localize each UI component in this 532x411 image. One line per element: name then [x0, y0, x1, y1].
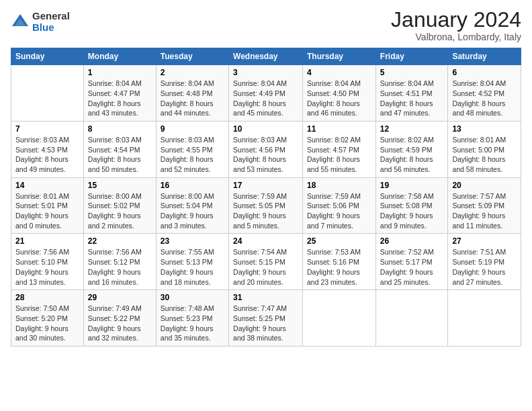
calendar-week-4: 28Sunrise: 7:50 AMSunset: 5:20 PMDayligh…: [11, 290, 521, 347]
day-number: 17: [233, 181, 298, 190]
day-number: 23: [161, 236, 224, 246]
day-number: 5: [380, 68, 444, 77]
calendar-cell: 27Sunrise: 7:51 AMSunset: 5:19 PMDayligh…: [448, 234, 521, 290]
calendar-cell: 7Sunrise: 8:03 AMSunset: 4:53 PMDaylight…: [11, 121, 84, 177]
calendar-cell: 23Sunrise: 7:55 AMSunset: 5:13 PMDayligh…: [156, 234, 228, 290]
logo-blue: Blue: [32, 22, 70, 34]
title-section: January 2024 Valbrona, Lombardy, Italy: [391, 8, 521, 42]
calendar-cell: 31Sunrise: 7:47 AMSunset: 5:25 PMDayligh…: [229, 290, 303, 347]
calendar-body: 1Sunrise: 8:04 AMSunset: 4:47 PMDaylight…: [11, 65, 521, 347]
day-info: Sunrise: 8:01 AMSunset: 5:01 PMDaylight:…: [15, 191, 79, 231]
day-number: 28: [15, 293, 79, 302]
day-number: 6: [452, 68, 517, 77]
logo-general: General: [32, 11, 70, 22]
day-info: Sunrise: 8:04 AMSunset: 4:52 PMDaylight:…: [452, 79, 517, 118]
day-info: Sunrise: 8:00 AMSunset: 5:02 PMDaylight:…: [88, 191, 152, 231]
day-number: 3: [233, 68, 298, 77]
day-info: Sunrise: 7:49 AMSunset: 5:22 PMDaylight:…: [88, 304, 152, 343]
calendar-cell: 15Sunrise: 8:00 AMSunset: 5:02 PMDayligh…: [83, 177, 156, 234]
day-info: Sunrise: 7:47 AMSunset: 5:25 PMDaylight:…: [233, 304, 298, 343]
day-number: 13: [452, 124, 517, 134]
calendar-table: Sunday Monday Tuesday Wednesday Thursday…: [11, 48, 521, 347]
day-number: 9: [161, 124, 224, 134]
calendar-cell: 3Sunrise: 8:04 AMSunset: 4:49 PMDaylight…: [229, 65, 303, 122]
calendar-cell: 30Sunrise: 7:48 AMSunset: 5:23 PMDayligh…: [156, 290, 228, 347]
logo-icon: [11, 13, 30, 32]
calendar-cell: 14Sunrise: 8:01 AMSunset: 5:01 PMDayligh…: [11, 177, 84, 234]
day-number: 29: [88, 293, 152, 302]
month-year: January 2024: [391, 8, 521, 32]
day-info: Sunrise: 7:52 AMSunset: 5:17 PMDaylight:…: [380, 247, 444, 287]
calendar-cell: [11, 65, 84, 122]
col-monday: Monday: [83, 48, 156, 65]
day-info: Sunrise: 7:55 AMSunset: 5:13 PMDaylight:…: [161, 247, 224, 287]
calendar-cell: 6Sunrise: 8:04 AMSunset: 4:52 PMDaylight…: [448, 65, 521, 122]
day-number: 31: [233, 293, 298, 302]
day-number: 18: [307, 181, 371, 190]
col-saturday: Saturday: [448, 48, 521, 65]
day-info: Sunrise: 7:58 AMSunset: 5:08 PMDaylight:…: [380, 191, 444, 231]
day-info: Sunrise: 7:57 AMSunset: 5:09 PMDaylight:…: [452, 191, 517, 231]
day-info: Sunrise: 8:02 AMSunset: 4:59 PMDaylight:…: [380, 135, 444, 175]
day-info: Sunrise: 8:04 AMSunset: 4:51 PMDaylight:…: [380, 79, 444, 118]
day-info: Sunrise: 7:59 AMSunset: 5:05 PMDaylight:…: [233, 191, 298, 231]
day-number: 21: [15, 236, 79, 246]
day-number: 11: [307, 124, 371, 134]
day-number: 20: [452, 181, 517, 190]
day-number: 10: [233, 124, 298, 134]
day-info: Sunrise: 8:04 AMSunset: 4:48 PMDaylight:…: [161, 79, 224, 118]
calendar-cell: [303, 290, 376, 347]
day-number: 15: [88, 181, 152, 190]
day-number: 30: [161, 293, 224, 302]
day-info: Sunrise: 7:53 AMSunset: 5:16 PMDaylight:…: [307, 247, 371, 287]
calendar-week-2: 14Sunrise: 8:01 AMSunset: 5:01 PMDayligh…: [11, 177, 521, 234]
day-number: 2: [161, 68, 224, 77]
calendar-cell: 19Sunrise: 7:58 AMSunset: 5:08 PMDayligh…: [375, 177, 448, 234]
day-info: Sunrise: 8:03 AMSunset: 4:55 PMDaylight:…: [161, 135, 224, 175]
day-number: 7: [15, 124, 79, 134]
day-number: 4: [307, 68, 371, 77]
calendar-cell: 29Sunrise: 7:49 AMSunset: 5:22 PMDayligh…: [83, 290, 156, 347]
day-info: Sunrise: 7:51 AMSunset: 5:19 PMDaylight:…: [452, 247, 517, 287]
main-container: General Blue January 2024 Valbrona, Lomb…: [0, 0, 532, 352]
calendar-cell: 10Sunrise: 8:03 AMSunset: 4:56 PMDayligh…: [229, 121, 303, 177]
location: Valbrona, Lombardy, Italy: [391, 32, 521, 42]
col-sunday: Sunday: [11, 48, 84, 65]
calendar-cell: 17Sunrise: 7:59 AMSunset: 5:05 PMDayligh…: [229, 177, 303, 234]
day-info: Sunrise: 8:03 AMSunset: 4:53 PMDaylight:…: [15, 135, 79, 175]
calendar-cell: 9Sunrise: 8:03 AMSunset: 4:55 PMDaylight…: [156, 121, 228, 177]
calendar-week-3: 21Sunrise: 7:56 AMSunset: 5:10 PMDayligh…: [11, 234, 521, 290]
day-number: 19: [380, 181, 444, 190]
day-info: Sunrise: 8:02 AMSunset: 4:57 PMDaylight:…: [307, 135, 371, 175]
calendar-cell: 11Sunrise: 8:02 AMSunset: 4:57 PMDayligh…: [303, 121, 376, 177]
day-info: Sunrise: 8:04 AMSunset: 4:50 PMDaylight:…: [307, 79, 371, 118]
day-number: 12: [380, 124, 444, 134]
calendar-cell: 13Sunrise: 8:01 AMSunset: 5:00 PMDayligh…: [448, 121, 521, 177]
day-info: Sunrise: 8:04 AMSunset: 4:49 PMDaylight:…: [233, 79, 298, 118]
day-info: Sunrise: 8:04 AMSunset: 4:47 PMDaylight:…: [88, 79, 152, 118]
calendar-cell: [448, 290, 521, 347]
logo-text: General Blue: [32, 11, 70, 33]
day-number: 8: [88, 124, 152, 134]
day-number: 25: [307, 236, 371, 246]
day-number: 16: [161, 181, 224, 190]
day-info: Sunrise: 8:03 AMSunset: 4:54 PMDaylight:…: [88, 135, 152, 175]
day-info: Sunrise: 7:54 AMSunset: 5:15 PMDaylight:…: [233, 247, 298, 287]
calendar-cell: 28Sunrise: 7:50 AMSunset: 5:20 PMDayligh…: [11, 290, 84, 347]
col-thursday: Thursday: [303, 48, 376, 65]
day-number: 27: [452, 236, 517, 246]
day-info: Sunrise: 7:59 AMSunset: 5:06 PMDaylight:…: [307, 191, 371, 231]
day-info: Sunrise: 8:01 AMSunset: 5:00 PMDaylight:…: [452, 135, 517, 175]
header: General Blue January 2024 Valbrona, Lomb…: [11, 8, 521, 42]
calendar-week-0: 1Sunrise: 8:04 AMSunset: 4:47 PMDaylight…: [11, 65, 521, 122]
day-number: 1: [88, 68, 152, 77]
day-number: 24: [233, 236, 298, 246]
calendar-cell: 22Sunrise: 7:56 AMSunset: 5:12 PMDayligh…: [83, 234, 156, 290]
day-info: Sunrise: 7:50 AMSunset: 5:20 PMDaylight:…: [15, 304, 79, 343]
calendar-cell: 25Sunrise: 7:53 AMSunset: 5:16 PMDayligh…: [303, 234, 376, 290]
calendar-cell: 24Sunrise: 7:54 AMSunset: 5:15 PMDayligh…: [229, 234, 303, 290]
day-info: Sunrise: 8:03 AMSunset: 4:56 PMDaylight:…: [233, 135, 298, 175]
calendar-cell: 20Sunrise: 7:57 AMSunset: 5:09 PMDayligh…: [448, 177, 521, 234]
calendar-cell: [375, 290, 448, 347]
day-number: 22: [88, 236, 152, 246]
